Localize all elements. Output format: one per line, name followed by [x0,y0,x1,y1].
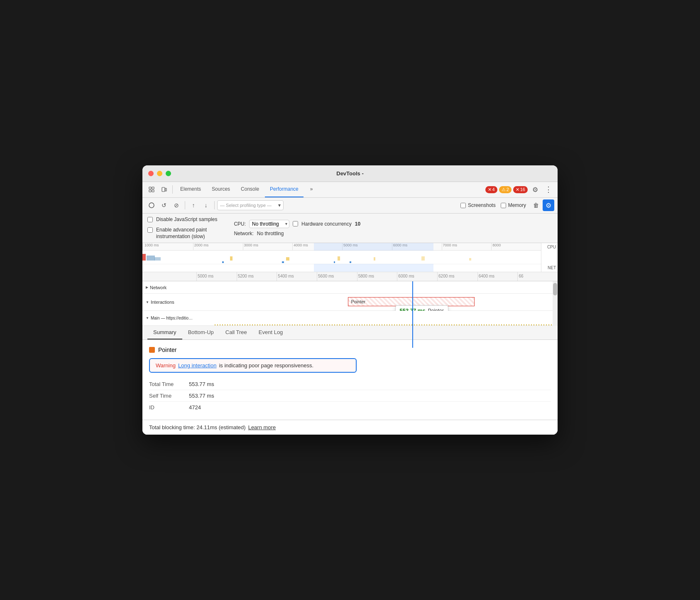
traffic-lights [148,171,171,176]
tab-event-log[interactable]: Event Log [253,326,289,339]
ruler-ticks: 5000 ms 5200 ms 5400 ms 5600 ms 5800 ms … [196,272,558,281]
settings-icon[interactable]: ⚙ [529,184,541,195]
toolbar: ↺ ⊘ ↑ ↓ — Select profiling type — ▾ Scre… [142,198,558,214]
record-button[interactable] [146,199,157,211]
network-track-content[interactable] [196,281,558,293]
tab-elements[interactable]: Elements [175,182,206,197]
warning-box: Warning Long interaction is indicating p… [149,358,357,373]
interactions-track-label[interactable]: ▼ Interactions [142,294,196,310]
advanced-paint-checkbox[interactable] [147,227,153,233]
advanced-paint-setting: Enable advanced paintinstrumentation (sl… [147,226,217,241]
cursor-line [412,281,413,348]
network-track: ▶ Network [142,281,558,294]
maximize-button[interactable] [166,171,171,176]
footer-bar: Total blocking time: 24.11ms (estimated)… [142,420,558,435]
more-options-icon[interactable]: ⋮ [543,184,554,195]
learn-more-link[interactable]: Learn more [248,424,276,430]
interactions-track-content[interactable]: Pointer 553.77 ms Pointer [196,294,558,310]
svg-point-6 [149,203,154,208]
cpu-net-chart[interactable]: 1000 ms 2000 ms 3000 ms 4000 ms 5000 ms … [142,243,558,272]
interactions-track: ▼ Interactions Pointer 553.77 ms Pointer [142,294,558,311]
memory-checkbox[interactable] [501,203,506,208]
svg-rect-1 [149,190,151,192]
hardware-concurrency-checkbox[interactable] [293,221,298,226]
minimize-button[interactable] [157,171,162,176]
download-button[interactable]: ↓ [200,199,212,211]
error-badge[interactable]: ✕ 4 [485,186,497,193]
error2-badge[interactable]: ✕ 16 [513,186,528,193]
more-tabs-button[interactable]: » [305,182,318,197]
reload-button[interactable]: ↺ [158,199,170,211]
network-setting: Network: No throttling [234,231,360,236]
cursor-icon[interactable] [146,184,157,195]
tracks-scrollbar[interactable] [553,281,558,326]
upload-button[interactable]: ↑ [188,199,199,211]
long-interaction-link[interactable]: Long interaction [178,362,217,369]
cpu-throttle-dropdown[interactable]: No throttling 4x slowdown 6x slowdown [249,220,289,228]
bottom-tabs: Summary Bottom-Up Call Tree Event Log [142,326,558,340]
settings-blue-icon[interactable]: ⚙ [543,199,554,211]
tab-call-tree[interactable]: Call Tree [220,326,253,339]
main-track: ▼ Main — https://edition.cnn.com/ [142,311,558,326]
trash-icon[interactable]: 🗑 [530,199,542,211]
window-title: DevTools - [336,170,364,177]
tab-performance[interactable]: Performance [265,182,303,197]
timeline-ruler-zoomed: 5000 ms 5200 ms 5400 ms 5600 ms 5800 ms … [142,272,558,281]
total-time-row: Total Time 553.77 ms [149,379,551,390]
devtools-body: Elements Sources Console Performance » ✕… [142,182,558,435]
separator [185,201,185,209]
disable-js-checkbox[interactable] [147,217,153,222]
tab-console[interactable]: Console [236,182,264,197]
detail-title: Pointer [149,347,551,353]
stats-table: Total Time 553.77 ms Self Time 553.77 ms… [149,379,551,413]
title-bar: DevTools - [142,165,558,182]
main-track-label[interactable]: ▼ Main — https://edition.cnn.com/ [142,311,196,325]
self-time-row: Self Time 553.77 ms [149,390,551,402]
main-track-content[interactable] [196,311,558,325]
device-icon[interactable] [158,184,170,195]
separator [172,185,173,194]
chart-main: 1000 ms 2000 ms 3000 ms 4000 ms 5000 ms … [142,243,541,272]
devtools-window: DevTools - Elements [142,165,558,435]
memory-check[interactable]: Memory [501,202,526,208]
tracks-area: ▶ Network ▼ Interactions Pointer [142,281,558,326]
tab-bottom-up[interactable]: Bottom-Up [182,326,220,339]
settings-right: CPU: No throttling 4x slowdown 6x slowdo… [234,220,360,236]
warning-badge[interactable]: ⚠ 2 [499,186,512,193]
screenshots-checkbox[interactable] [460,203,466,208]
nav-badges: ✕ 4 ⚠ 2 ✕ 16 ⚙ ⋮ [485,184,555,195]
tab-sources[interactable]: Sources [207,182,235,197]
profile-dropdown[interactable]: — Select profiling type — ▾ [217,200,284,210]
svg-rect-3 [152,190,154,192]
clear-button[interactable]: ⊘ [171,199,182,211]
svg-rect-2 [152,187,154,189]
separator [214,201,215,209]
nav-bar: Elements Sources Console Performance » ✕… [142,182,558,198]
tab-summary[interactable]: Summary [147,326,182,339]
cpu-setting: CPU: No throttling 4x slowdown 6x slowdo… [234,220,360,228]
svg-rect-5 [165,188,166,191]
svg-rect-4 [162,187,165,192]
network-track-label[interactable]: ▶ Network [142,285,196,290]
id-row: ID 4724 [149,402,551,413]
disable-js-setting: Disable JavaScript samples [147,216,217,223]
close-button[interactable] [148,171,154,176]
pointer-bar[interactable]: Pointer [348,297,475,306]
detail-panel: Pointer Warning Long interaction is indi… [142,340,558,420]
scrollbar-thumb[interactable] [553,283,557,295]
chart-right-labels: CPU NET [541,243,558,272]
settings-row: Disable JavaScript samples Enable advanc… [142,214,558,243]
svg-rect-0 [149,187,151,189]
screenshots-check[interactable]: Screenshots [460,202,496,208]
pointer-icon [149,347,155,353]
